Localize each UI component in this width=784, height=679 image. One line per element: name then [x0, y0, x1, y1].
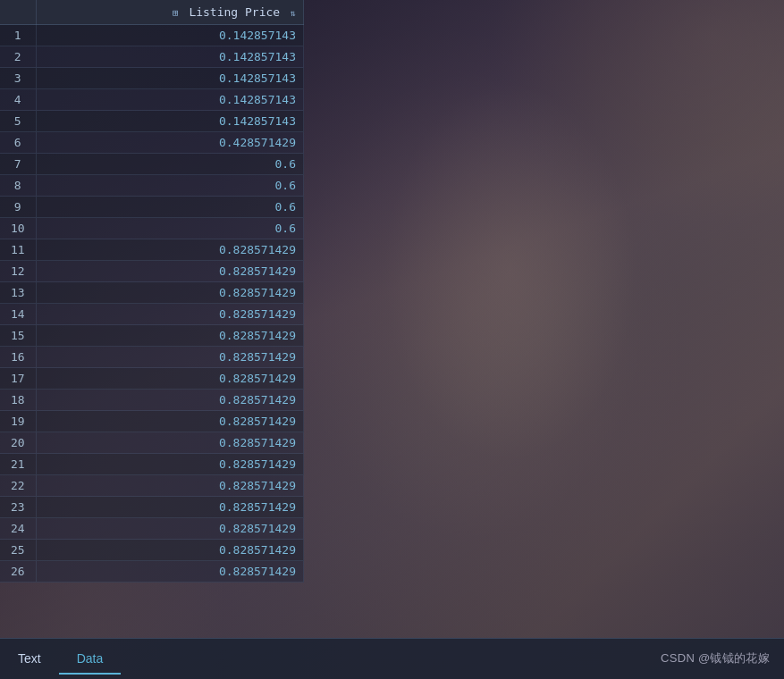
table-row: 150.828571429 — [0, 325, 304, 347]
listing-price-cell: 0.828571429 — [36, 561, 304, 583]
listing-price-cell: 0.142857143 — [36, 68, 304, 89]
row-number-cell: 7 — [0, 154, 36, 175]
data-table-container: ⊞ Listing Price ⇅ 10.14285714320.1428571… — [0, 0, 304, 643]
table-row: 110.828571429 — [0, 239, 304, 261]
table-row: 90.6 — [0, 197, 304, 218]
listing-price-cell: 0.6 — [36, 197, 304, 218]
listing-price-cell: 0.828571429 — [36, 540, 304, 561]
table-row: 60.428571429 — [0, 132, 304, 154]
listing-price-cell: 0.828571429 — [36, 325, 304, 347]
column-header-label: Listing Price — [189, 5, 280, 19]
row-number-cell: 26 — [0, 561, 36, 583]
row-number-cell: 8 — [0, 175, 36, 197]
row-number-cell: 13 — [0, 282, 36, 304]
row-number-cell: 1 — [0, 25, 36, 46]
listing-price-cell: 0.828571429 — [36, 347, 304, 368]
table-row: 220.828571429 — [0, 475, 304, 497]
row-number-cell: 16 — [0, 347, 36, 368]
table-row: 180.828571429 — [0, 390, 304, 411]
listing-price-table: ⊞ Listing Price ⇅ 10.14285714320.1428571… — [0, 0, 304, 583]
listing-price-cell: 0.828571429 — [36, 368, 304, 390]
row-number-cell: 23 — [0, 497, 36, 518]
row-number-cell: 9 — [0, 197, 36, 218]
listing-price-cell: 0.828571429 — [36, 304, 304, 325]
table-row: 20.142857143 — [0, 46, 304, 68]
table-row: 250.828571429 — [0, 540, 304, 561]
table-row: 100.6 — [0, 218, 304, 239]
listing-price-cell: 0.828571429 — [36, 454, 304, 475]
table-row: 120.828571429 — [0, 261, 304, 282]
row-number-cell: 2 — [0, 46, 36, 68]
listing-price-cell: 0.828571429 — [36, 282, 304, 304]
row-number-cell: 5 — [0, 111, 36, 132]
listing-price-column-header[interactable]: ⊞ Listing Price ⇅ — [36, 0, 304, 25]
listing-price-cell: 0.828571429 — [36, 390, 304, 411]
listing-price-cell: 0.828571429 — [36, 432, 304, 454]
table-row: 30.142857143 — [0, 68, 304, 89]
listing-price-cell: 0.828571429 — [36, 497, 304, 518]
listing-price-cell: 0.6 — [36, 175, 304, 197]
row-number-cell: 11 — [0, 239, 36, 261]
row-number-cell: 4 — [0, 89, 36, 111]
table-row: 130.828571429 — [0, 282, 304, 304]
listing-price-cell: 0.828571429 — [36, 518, 304, 540]
listing-price-cell: 0.6 — [36, 218, 304, 239]
table-row: 170.828571429 — [0, 368, 304, 390]
tab-data[interactable]: Data — [59, 644, 122, 675]
listing-price-cell: 0.828571429 — [36, 261, 304, 282]
row-number-cell: 22 — [0, 475, 36, 497]
table-row: 260.828571429 — [0, 561, 304, 583]
row-number-cell: 15 — [0, 325, 36, 347]
listing-price-cell: 0.142857143 — [36, 25, 304, 46]
row-number-header — [0, 0, 36, 25]
row-number-cell: 20 — [0, 432, 36, 454]
table-row: 40.142857143 — [0, 89, 304, 111]
row-number-cell: 18 — [0, 390, 36, 411]
table-row: 240.828571429 — [0, 518, 304, 540]
row-number-cell: 24 — [0, 518, 36, 540]
table-row: 200.828571429 — [0, 432, 304, 454]
table-row: 210.828571429 — [0, 454, 304, 475]
listing-price-cell: 0.828571429 — [36, 411, 304, 432]
row-number-cell: 3 — [0, 68, 36, 89]
row-number-cell: 10 — [0, 218, 36, 239]
listing-price-cell: 0.828571429 — [36, 475, 304, 497]
listing-price-cell: 0.142857143 — [36, 89, 304, 111]
listing-price-cell: 0.828571429 — [36, 239, 304, 261]
table-row: 160.828571429 — [0, 347, 304, 368]
row-number-cell: 21 — [0, 454, 36, 475]
row-number-cell: 25 — [0, 540, 36, 561]
listing-price-cell: 0.6 — [36, 154, 304, 175]
tab-text[interactable]: Text — [0, 644, 59, 675]
table-row: 190.828571429 — [0, 411, 304, 432]
row-number-cell: 17 — [0, 368, 36, 390]
row-number-cell: 14 — [0, 304, 36, 325]
column-icon: ⊞ — [173, 7, 179, 19]
row-number-cell: 6 — [0, 132, 36, 154]
table-row: 70.6 — [0, 154, 304, 175]
watermark-text: CSDN @钺钺的花嫁 — [661, 650, 770, 666]
table-row: 10.142857143 — [0, 25, 304, 46]
table-row: 230.828571429 — [0, 497, 304, 518]
row-number-cell: 12 — [0, 261, 36, 282]
sort-icon[interactable]: ⇅ — [291, 8, 296, 18]
listing-price-cell: 0.428571429 — [36, 132, 304, 154]
row-number-cell: 19 — [0, 411, 36, 432]
listing-price-cell: 0.142857143 — [36, 111, 304, 132]
table-row: 140.828571429 — [0, 304, 304, 325]
listing-price-cell: 0.142857143 — [36, 46, 304, 68]
table-row: 80.6 — [0, 175, 304, 197]
bottom-tab-bar: Text Data CSDN @钺钺的花嫁 — [0, 638, 784, 679]
table-row: 50.142857143 — [0, 111, 304, 132]
